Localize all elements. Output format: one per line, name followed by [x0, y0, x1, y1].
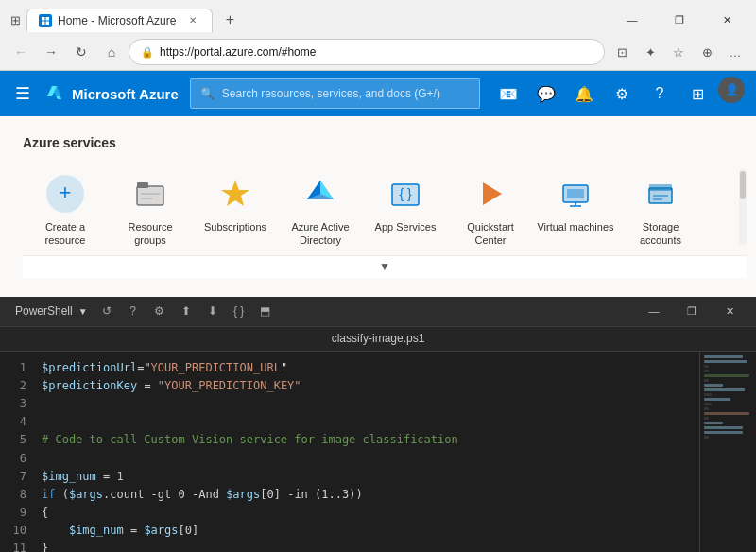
service-storage-accounts[interactable]: Storage accounts [618, 165, 703, 255]
ps-line-numbers: 1 2 3 4 5 6 7 8 9 10 11 12 13 14 15 16 1… [0, 352, 34, 552]
storage-accounts-icon [640, 173, 681, 215]
profile-button[interactable]: ✦ [637, 39, 663, 65]
ps-reset-icon[interactable]: ↺ [95, 300, 118, 322]
tab-title: Home - Microsoft Azure [58, 14, 176, 27]
title-bar: ⊞ Home - Microsoft Azure ✕ + — ❐ ✕ [0, 0, 756, 34]
header-icons: 📧 💬 🔔 ⚙ ? ⊞ 👤 [491, 77, 745, 111]
favorites-button[interactable]: ☆ [665, 39, 692, 65]
svg-rect-2 [42, 21, 45, 25]
service-label: Virtual machines [537, 220, 613, 233]
service-subscriptions[interactable]: Subscriptions [193, 165, 278, 241]
browser-chrome: ⊞ Home - Microsoft Azure ✕ + — ❐ ✕ ← → ↻… [0, 0, 756, 71]
ps-code-content[interactable]: $predictionUrl="YOUR_PREDICTION_URL" $pr… [34, 352, 699, 552]
code-line-8: if ($args.count -gt 0 -And $args[0] -in … [34, 486, 699, 504]
ps-filename: classify-image.ps1 [332, 332, 425, 345]
url-text: https://portal.azure.com/#home [160, 45, 593, 59]
ps-minimize-button[interactable]: — [635, 296, 673, 326]
azure-services-title: Azure services [23, 135, 747, 150]
service-label: Azure Active Directory [282, 220, 359, 248]
minimize-button[interactable]: — [610, 6, 654, 34]
service-virtual-machines[interactable]: Virtual machines [533, 165, 618, 241]
svg-text:+: + [60, 181, 72, 204]
ps-upload-icon[interactable]: ⬆ [175, 300, 198, 322]
virtual-machines-icon [555, 173, 596, 215]
powershell-panel: PowerShell ▼ ↺ ? ⚙ ⬆ ⬇ { } ⬒ — ❐ ✕ class… [0, 297, 756, 552]
back-button[interactable]: ← [8, 39, 34, 65]
svg-marker-15 [483, 182, 502, 205]
ps-editor-icon[interactable]: { } [228, 300, 250, 322]
service-label: Create a resource [26, 220, 104, 248]
portal-icon[interactable]: ⊞ [680, 77, 714, 111]
code-line-4 [34, 413, 699, 431]
service-label: Storage accounts [622, 220, 699, 248]
hamburger-menu[interactable]: ☰ [11, 79, 34, 108]
vertical-scrollbar[interactable] [739, 169, 747, 245]
code-line-2: $predictionKey = "YOUR_PREDICTION_KEY" [34, 377, 699, 395]
lock-icon: 🔒 [141, 46, 154, 59]
refresh-button[interactable]: ↻ [68, 39, 94, 65]
service-app-services[interactable]: { } App Services [363, 165, 448, 241]
service-label: Quickstart Center [452, 220, 529, 248]
settings-icon[interactable]: ⚙ [605, 77, 639, 111]
service-quickstart[interactable]: Quickstart Center [448, 165, 533, 255]
svg-rect-23 [649, 184, 672, 190]
tab-close-button[interactable]: ✕ [185, 13, 200, 28]
browser-menu-button[interactable]: … [722, 39, 748, 65]
app-services-icon: { } [385, 173, 426, 215]
home-button[interactable]: ⌂ [98, 39, 125, 65]
collections-button[interactable]: ⊕ [694, 39, 720, 65]
ps-settings-icon[interactable]: ⚙ [148, 300, 171, 322]
nav-icons: ⊡ ✦ ☆ ⊕ … [609, 39, 748, 65]
scrollbar-thumb[interactable] [740, 171, 746, 199]
user-avatar[interactable]: 👤 [718, 77, 745, 103]
ps-minimap [699, 352, 756, 552]
svg-rect-0 [42, 17, 45, 21]
ps-tab-powershell[interactable]: PowerShell ▼ [8, 304, 95, 318]
code-line-5: # Code to call Custom Vision service for… [34, 431, 699, 449]
window-controls: — ❐ ✕ [610, 6, 748, 34]
ps-title-bar: PowerShell ▼ ↺ ? ⚙ ⬆ ⬇ { } ⬒ — ❐ ✕ [0, 297, 756, 327]
service-label: App Services [375, 220, 437, 233]
quickstart-icon [470, 173, 511, 215]
new-tab-button[interactable]: + [216, 7, 243, 33]
service-azure-ad[interactable]: Azure Active Directory [278, 165, 363, 255]
tab-favicon [39, 14, 52, 27]
notifications-icon[interactable]: 📧 [491, 77, 525, 111]
ps-help-icon[interactable]: ? [122, 300, 145, 322]
ps-code-editor: 1 2 3 4 5 6 7 8 9 10 11 12 13 14 15 16 1… [0, 352, 756, 552]
service-resource-groups[interactable]: Resource groups [108, 165, 193, 255]
code-line-7: $img_num = 1 [34, 468, 699, 486]
ps-tab-label: PowerShell [15, 304, 73, 318]
address-bar[interactable]: 🔒 https://portal.azure.com/#home [129, 39, 605, 65]
create-resource-icon: + [44, 173, 86, 215]
svg-rect-1 [46, 17, 50, 21]
ps-download-icon[interactable]: ⬇ [201, 300, 224, 322]
azure-logo: Microsoft Azure [45, 84, 179, 103]
code-line-9: { [34, 504, 699, 522]
expand-services-bar[interactable]: ▼ [23, 255, 747, 278]
extensions-button[interactable]: ⊡ [609, 39, 635, 65]
azure-search-bar[interactable]: 🔍 Search resources, services, and docs (… [190, 78, 480, 109]
alerts-icon[interactable]: 🔔 [567, 77, 601, 111]
ps-open-icon[interactable]: ⬒ [254, 300, 277, 322]
browser-tab-active[interactable]: Home - Microsoft Azure ✕ [26, 9, 213, 32]
restore-button[interactable]: ❐ [658, 6, 701, 34]
azure-content: Azure services + Create a resource [0, 116, 756, 297]
feedback-icon[interactable]: 💬 [529, 77, 563, 111]
svg-rect-18 [567, 189, 584, 198]
code-line-10: $img_num = $args[0] [34, 522, 699, 540]
ps-restore-button[interactable]: ❐ [673, 296, 711, 326]
help-icon[interactable]: ? [643, 77, 677, 111]
close-button[interactable]: ✕ [705, 6, 748, 34]
ps-window-buttons: — ❐ ✕ [635, 296, 748, 326]
svg-text:{ }: { } [399, 186, 412, 201]
ps-filename-bar: classify-image.ps1 [0, 327, 756, 352]
services-grid: + Create a resource [23, 165, 703, 255]
service-create-resource[interactable]: + Create a resource [23, 165, 108, 255]
ps-tab-dropdown-icon[interactable]: ▼ [78, 306, 88, 317]
tab-group-icon[interactable]: ⊞ [8, 12, 23, 27]
ps-close-button[interactable]: ✕ [711, 296, 748, 326]
forward-button[interactable]: → [38, 39, 64, 65]
service-label: Resource groups [112, 220, 189, 248]
azure-ad-icon [300, 173, 341, 215]
